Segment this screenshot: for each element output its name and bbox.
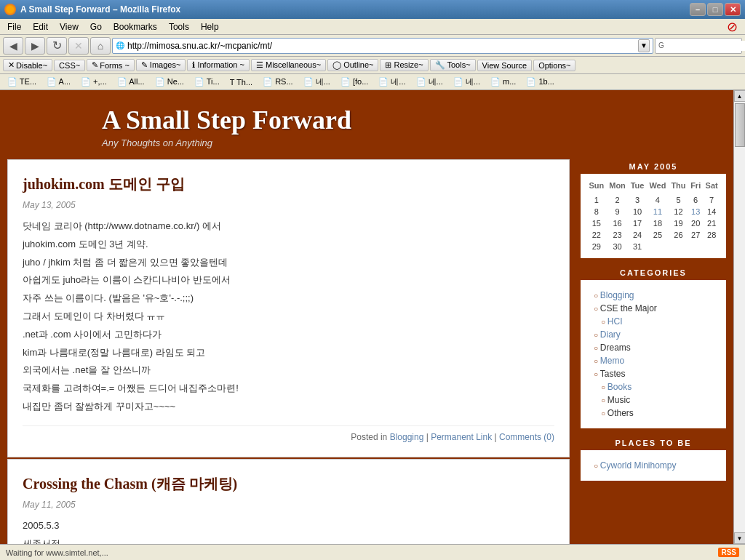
calendar-row-5: 22 23 24 25 26 27 28	[586, 229, 720, 241]
bm-m[interactable]: 📄 m...	[486, 76, 520, 87]
post-1-posted-label: Posted in	[351, 432, 389, 442]
bm-ne3[interactable]: 📄 네...	[374, 76, 410, 88]
bm-rs[interactable]: 📄 RS...	[258, 76, 298, 87]
reload-button[interactable]: ↻	[47, 37, 67, 55]
menu-view[interactable]: View	[55, 20, 83, 33]
places-widget: PLACES TO BE Cyworld Minihompy	[581, 436, 726, 481]
tools-button[interactable]: 🔧 Tools~	[430, 59, 476, 71]
cat-dreams-label: Dreams	[600, 343, 631, 353]
back-button[interactable]: ◀	[3, 37, 23, 55]
post-1-permalink[interactable]: Permanent Link	[431, 432, 492, 442]
cal-day-27: 27	[688, 229, 703, 241]
post-1-line-4: 아쉽게도 juho라는 이름이 스칸디나비아 반도에서	[23, 273, 554, 288]
resize-button[interactable]: ⊞ Resize~	[380, 59, 428, 71]
home-button[interactable]: ⌂	[90, 37, 111, 55]
content-area: juhokim.com 도메인 구입 May 13, 2005 닷네임 코리아 …	[7, 159, 570, 544]
cal-day-23: 23	[607, 229, 629, 241]
close-button[interactable]: ✕	[725, 3, 741, 16]
google-icon: G	[658, 41, 664, 49]
bm-a[interactable]: 📄 A...	[42, 76, 75, 87]
menu-bookmarks[interactable]: Bookmarks	[109, 20, 162, 33]
disable-button[interactable]: ✕ Disable~	[3, 59, 52, 71]
cal-link-11[interactable]: 11	[653, 207, 662, 216]
menu-help[interactable]: Help	[196, 20, 223, 33]
post-1-line-7: .net과 .com 사이에서 고민하다가	[23, 327, 554, 343]
css-button[interactable]: CSS~	[54, 60, 85, 71]
bm-1b[interactable]: 📄 1b...	[522, 76, 558, 87]
outline-button[interactable]: ◯ Outline~	[327, 59, 378, 71]
bm-te[interactable]: 📄 TE...	[3, 76, 41, 87]
post-2-title: Crossing the Chasm (캐즘 마케팅)	[23, 474, 554, 494]
titlebar-left: A Small Step Forward – Mozilla Firefox	[4, 4, 180, 15]
page-wrapper[interactable]: A Small Step Forward Any Thoughts on Any…	[0, 90, 733, 544]
cat-others-label: Others	[607, 408, 634, 418]
cal-day-20: 20	[688, 217, 703, 229]
options-button[interactable]: Options~	[533, 60, 575, 71]
places-header: PLACES TO BE	[581, 436, 726, 450]
cal-link-13[interactable]: 13	[691, 207, 700, 216]
post-1-line-2: juhokim.com 도메인 3년 계약.	[23, 237, 554, 252]
scroll-thumb[interactable]	[735, 103, 745, 147]
ext-toolbar: ✕ Disable~ CSS~ ✎ Forms ~ ✎ Images~ ℹ In…	[0, 57, 745, 74]
post-1-title: juhokim.com 도메인 구입	[23, 175, 554, 194]
scroll-down-button[interactable]: ▼	[734, 532, 746, 544]
cat-tastes: Tastes	[586, 367, 720, 380]
bm-ne2[interactable]: 📄 네...	[299, 76, 335, 88]
misc-button[interactable]: ☰ Miscellaneous~	[251, 59, 326, 71]
post-1-comments-link[interactable]: Comments (0)	[499, 432, 554, 442]
images-button[interactable]: ✎ Images~	[136, 59, 186, 71]
disable-icon: ✕	[8, 60, 15, 70]
cal-day-29: 29	[586, 241, 607, 252]
search-input[interactable]	[664, 41, 745, 51]
calendar-content: Sun Mon Tue Wed Thu Fri Sat	[581, 174, 726, 258]
cat-blogging-link[interactable]: Blogging	[600, 290, 634, 300]
bm-fo[interactable]: 📄 [fo...	[336, 76, 372, 87]
address-input[interactable]	[127, 41, 635, 51]
cyworld-link[interactable]: Cyworld Minihompy	[600, 460, 677, 471]
maximize-button[interactable]: □	[707, 3, 723, 16]
cal-day-16: 16	[607, 217, 629, 229]
menu-file[interactable]: File	[3, 20, 25, 33]
main-layout: juhokim.com 도메인 구입 May 13, 2005 닷네임 코리아 …	[0, 159, 733, 544]
bm-ne5[interactable]: 📄 네...	[449, 76, 485, 88]
menu-go[interactable]: Go	[86, 20, 106, 33]
cal-day-e1	[647, 241, 669, 252]
cal-day-8: 8	[586, 206, 607, 217]
cat-diary: Diary	[586, 328, 720, 341]
cat-memo-link[interactable]: Memo	[600, 356, 624, 366]
menu-tools[interactable]: Tools	[164, 20, 194, 33]
cal-wed: Wed	[647, 180, 669, 191]
stop-button[interactable]: ✕	[68, 37, 89, 55]
scroll-up-button[interactable]: ▲	[734, 90, 746, 102]
bm-ne[interactable]: 📄 Ne...	[151, 76, 188, 87]
post-1-category-link[interactable]: Blogging	[390, 432, 424, 442]
cal-day-12: 12	[669, 206, 688, 217]
minimize-button[interactable]: –	[690, 3, 706, 16]
bm-ti[interactable]: 📄 Ti...	[190, 76, 224, 87]
cat-books-link[interactable]: Books	[607, 382, 632, 392]
cal-day-24: 24	[628, 229, 646, 241]
bm-th[interactable]: T Th...	[226, 77, 257, 87]
category-list: Blogging CSE the Major HCI Diary Dreams …	[586, 286, 720, 423]
cal-day-31: 31	[628, 241, 646, 252]
forms-button[interactable]: ✎ Forms ~	[87, 59, 135, 71]
blog-subtitle: Any Thoughts on Anything	[102, 137, 733, 148]
view-source-button[interactable]: View Source	[477, 60, 533, 71]
window-titlebar: A Small Step Forward – Mozilla Firefox –…	[0, 0, 745, 19]
cal-thu: Thu	[669, 180, 688, 191]
cat-hci-link[interactable]: HCI	[607, 316, 623, 327]
rss-button[interactable]: RSS	[718, 548, 739, 557]
categories-widget: CATEGORIES Blogging CSE the Major HCI Di…	[581, 265, 726, 428]
cal-day-1: 1	[586, 194, 607, 206]
bm-ne4[interactable]: 📄 네...	[412, 76, 447, 88]
cat-diary-link[interactable]: Diary	[600, 329, 621, 340]
stop-loading-icon[interactable]: ⊘	[727, 19, 738, 35]
cal-day-6: 6	[688, 194, 703, 206]
information-button[interactable]: ℹ Information ~	[187, 59, 250, 71]
address-dropdown[interactable]: ▼	[638, 39, 650, 52]
bm-plus[interactable]: 📄 +,...	[76, 76, 111, 87]
status-text: Waiting for www.simtel.net,...	[6, 548, 108, 557]
forward-button[interactable]: ▶	[25, 37, 45, 55]
bm-all[interactable]: 📄 All...	[113, 76, 149, 87]
menu-edit[interactable]: Edit	[28, 20, 52, 33]
